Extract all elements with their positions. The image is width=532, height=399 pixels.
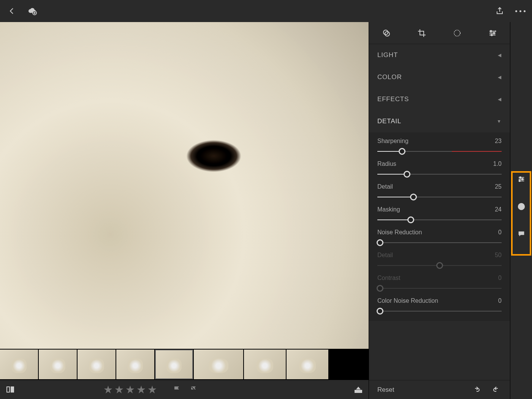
edit-sliders-button[interactable] xyxy=(516,174,526,184)
top-toolbar xyxy=(0,0,532,22)
section-detail[interactable]: DETAIL ▼ xyxy=(369,110,510,132)
back-button[interactable] xyxy=(7,6,17,16)
slider-detail[interactable]: Detail25 xyxy=(369,180,510,202)
cloud-add-icon[interactable] xyxy=(27,6,37,16)
thumbnail[interactable] xyxy=(78,350,116,379)
slider-value: 0 xyxy=(498,297,502,304)
slider-value: 0 xyxy=(498,275,502,281)
right-rail: i xyxy=(510,22,532,399)
slider-label: Noise Reduction xyxy=(377,229,422,236)
tab-profiles-icon[interactable] xyxy=(382,28,391,38)
panel-tab-bar xyxy=(369,22,510,44)
collapse-icon: ◀ xyxy=(498,52,502,58)
slider-radius[interactable]: Radius1.0 xyxy=(369,157,510,180)
svg-point-9 xyxy=(491,34,492,36)
svg-point-10 xyxy=(519,177,521,178)
flag-pick-button[interactable] xyxy=(172,385,182,394)
slider-label: Masking xyxy=(377,206,400,213)
slider-value: 24 xyxy=(495,206,502,213)
tab-crop-icon[interactable] xyxy=(417,28,427,38)
svg-rect-2 xyxy=(11,387,14,392)
thumbnail[interactable] xyxy=(0,350,38,379)
star-3[interactable]: ★ xyxy=(125,383,135,396)
slider-value: 0 xyxy=(498,229,502,236)
slider-noise-detail: Detail50 xyxy=(369,248,510,271)
flag-reject-button[interactable] xyxy=(189,385,199,394)
slider-value: 50 xyxy=(495,252,502,259)
reset-button[interactable]: Reset xyxy=(377,386,394,394)
star-5[interactable]: ★ xyxy=(147,383,157,396)
slider-noise-contrast: Contrast0 xyxy=(369,271,510,294)
slider-masking[interactable]: Masking24 xyxy=(369,202,510,225)
slider-color-noise-reduction[interactable]: Color Noise Reduction0 xyxy=(369,294,510,316)
svg-rect-1 xyxy=(7,387,10,392)
slider-value: 25 xyxy=(495,183,502,190)
slider-label: Detail xyxy=(377,252,393,259)
thumbnail-selected[interactable] xyxy=(155,350,193,379)
slider-label: Detail xyxy=(377,183,393,190)
filmstrip-toggle-button[interactable] xyxy=(353,385,363,394)
star-1[interactable]: ★ xyxy=(103,383,113,396)
thumbnail[interactable] xyxy=(244,350,286,379)
slider-value: 23 xyxy=(495,138,502,145)
svg-point-12 xyxy=(519,180,520,182)
slider-sharpening[interactable]: Sharpening23 xyxy=(369,134,510,157)
filmstrip[interactable] xyxy=(0,349,369,380)
photo-canvas[interactable] xyxy=(0,22,369,349)
expand-icon: ▼ xyxy=(497,119,502,124)
info-button[interactable]: i xyxy=(516,202,526,211)
slider-noise-reduction[interactable]: Noise Reduction0 xyxy=(369,225,510,248)
collapse-icon: ◀ xyxy=(498,75,502,80)
star-2[interactable]: ★ xyxy=(114,383,124,396)
undo-button[interactable] xyxy=(492,385,502,395)
section-effects-label: EFFECTS xyxy=(377,95,409,103)
section-light-label: LIGHT xyxy=(377,51,398,59)
svg-point-11 xyxy=(521,178,523,180)
tab-masking-icon[interactable] xyxy=(452,28,462,38)
compare-view-button[interactable] xyxy=(5,385,15,394)
svg-rect-3 xyxy=(355,390,362,393)
detail-section-body: Sharpening23 Radius1.0 Detail25 Masking2… xyxy=(369,132,510,321)
section-color[interactable]: COLOR ◀ xyxy=(369,66,510,88)
thumbnail[interactable] xyxy=(116,350,154,379)
thumbnail[interactable] xyxy=(194,350,243,379)
thumbnail[interactable] xyxy=(39,350,77,379)
slider-label: Radius xyxy=(377,161,396,167)
svg-text:i: i xyxy=(521,204,522,210)
svg-point-8 xyxy=(493,32,495,34)
svg-point-7 xyxy=(490,30,492,32)
bottom-toolbar: ★ ★ ★ ★ ★ xyxy=(0,380,369,399)
panel-footer: Reset xyxy=(369,380,510,399)
redo-button[interactable] xyxy=(471,385,481,395)
slider-label: Color Noise Reduction xyxy=(377,297,438,304)
share-button[interactable] xyxy=(495,6,505,16)
main-photo xyxy=(0,22,369,349)
svg-point-6 xyxy=(454,30,460,36)
thumbnail[interactable] xyxy=(287,350,328,379)
collapse-icon: ◀ xyxy=(498,97,502,102)
star-4[interactable]: ★ xyxy=(136,383,146,396)
section-detail-label: DETAIL xyxy=(377,118,401,125)
slider-value: 1.0 xyxy=(493,161,502,167)
slider-label: Sharpening xyxy=(377,138,408,145)
star-rating[interactable]: ★ ★ ★ ★ ★ xyxy=(103,383,157,396)
section-effects[interactable]: EFFECTS ◀ xyxy=(369,88,510,110)
slider-label: Contrast xyxy=(377,275,400,281)
tab-presets-icon[interactable] xyxy=(488,28,497,38)
section-color-label: COLOR xyxy=(377,73,402,81)
more-menu-button[interactable] xyxy=(515,6,525,16)
edit-panel: LIGHT ◀ COLOR ◀ EFFECTS ◀ DETAIL ▼ xyxy=(369,22,510,399)
comments-button[interactable] xyxy=(516,229,526,239)
section-light[interactable]: LIGHT ◀ xyxy=(369,44,510,66)
